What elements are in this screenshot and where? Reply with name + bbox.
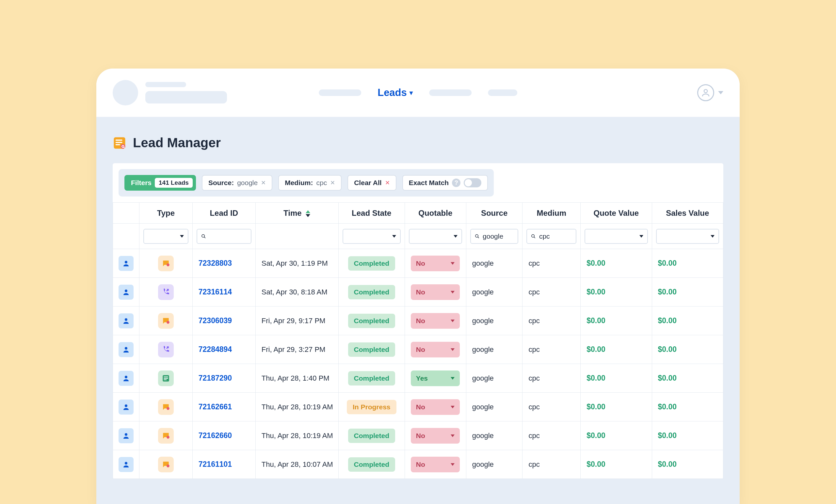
lead-id-link[interactable]: 72162661 — [198, 403, 232, 411]
lead-state-filter-select[interactable] — [343, 229, 401, 244]
nav-item-placeholder[interactable] — [429, 90, 472, 96]
quotable-filter-select[interactable] — [409, 229, 462, 244]
user-icon[interactable] — [118, 457, 134, 472]
close-icon[interactable]: ✕ — [261, 179, 266, 187]
quote-value-filter-select[interactable] — [585, 229, 648, 244]
row-sales-value-cell: $0.00 — [652, 249, 723, 278]
table-row[interactable]: 72187290Thu, Apr 28, 1:40 PMCompletedYes… — [113, 364, 723, 393]
chevron-down-icon — [451, 377, 455, 380]
table-row[interactable]: 72284894Fri, Apr 29, 3:27 PMCompletedNog… — [113, 335, 723, 364]
column-header-type[interactable]: Type — [139, 203, 193, 224]
svg-rect-24 — [164, 379, 167, 380]
quotable-select[interactable]: No — [411, 457, 460, 472]
column-header-lead-state[interactable]: Lead State — [338, 203, 405, 224]
exact-match-toggle-chip: Exact Match ? — [402, 175, 488, 191]
help-icon[interactable]: ? — [452, 178, 460, 187]
lead-id-link[interactable]: 72328803 — [198, 259, 232, 267]
nav-item-placeholder[interactable] — [319, 90, 361, 96]
filter-chip-label: Medium: — [285, 179, 313, 187]
user-icon[interactable] — [118, 371, 134, 386]
svg-point-16 — [125, 290, 127, 292]
filter-chip-source[interactable]: Source: google ✕ — [202, 175, 272, 191]
table-row[interactable]: 72328803Sat, Apr 30, 1:19 PMCompletedNog… — [113, 249, 723, 278]
type-filter-select[interactable] — [144, 229, 188, 244]
source-filter-input[interactable] — [470, 229, 518, 244]
table-row[interactable]: 72162660Thu, Apr 28, 10:19 AMCompletedNo… — [113, 422, 723, 450]
quotable-select[interactable]: No — [411, 399, 460, 415]
table-row[interactable]: 72316114Sat, Apr 30, 8:18 AMCompletedNog… — [113, 278, 723, 307]
row-time-cell: Thu, Apr 28, 1:40 PM — [255, 364, 338, 393]
quotable-select[interactable]: No — [411, 284, 460, 300]
lead-id-link[interactable]: 72316114 — [198, 288, 232, 296]
row-quote-value-cell: $0.00 — [581, 393, 652, 422]
svg-point-26 — [167, 407, 170, 410]
chevron-down-icon — [451, 262, 455, 265]
table-row[interactable]: 72161101Thu, Apr 28, 10:07 AMCompletedNo… — [113, 450, 723, 479]
lead-id-link[interactable]: 72187290 — [198, 374, 232, 382]
user-icon[interactable] — [118, 256, 134, 271]
leads-table: Type Lead ID Time Lead State Quotable So… — [113, 202, 723, 479]
lead-id-filter-input[interactable] — [196, 229, 251, 244]
row-type-cell — [139, 249, 193, 278]
svg-line-13 — [534, 237, 535, 238]
row-quote-value-cell: $0.00 — [581, 335, 652, 364]
svg-point-10 — [475, 234, 478, 237]
page-header: Lead Manager — [96, 117, 740, 163]
row-state-cell: Completed — [338, 450, 405, 479]
lead-id-link[interactable]: 72306039 — [198, 316, 232, 325]
row-time-cell: Sat, Apr 30, 8:18 AM — [255, 278, 338, 307]
topbar: Leads ▾ — [96, 69, 740, 117]
filters-button[interactable]: Filters 141 Leads — [125, 175, 196, 191]
chevron-down-icon — [451, 434, 455, 437]
user-icon[interactable] — [118, 285, 134, 300]
type-chat-icon — [158, 399, 174, 415]
row-time-cell: Fri, Apr 29, 9:17 PM — [255, 307, 338, 335]
lead-id-link[interactable]: 72284894 — [198, 345, 232, 353]
column-header-sales-value[interactable]: Sales Value — [652, 203, 723, 224]
user-icon[interactable] — [118, 400, 134, 414]
row-quote-value-cell: $0.00 — [581, 278, 652, 307]
state-badge: Completed — [348, 343, 396, 357]
svg-point-29 — [125, 462, 127, 465]
user-menu[interactable] — [697, 84, 723, 101]
quotable-select[interactable]: No — [411, 342, 460, 357]
column-header-quotable[interactable]: Quotable — [405, 203, 466, 224]
quotable-select[interactable]: No — [411, 428, 460, 444]
svg-point-0 — [704, 90, 707, 93]
svg-line-11 — [478, 237, 479, 238]
row-type-cell — [139, 422, 193, 450]
column-header-medium[interactable]: Medium — [522, 203, 581, 224]
row-lead-id-cell: 72162661 — [192, 393, 255, 422]
sales-value-filter-select[interactable] — [656, 229, 719, 244]
column-header-lead-id[interactable]: Lead ID — [192, 203, 255, 224]
filter-chip-value: google — [237, 179, 258, 187]
user-icon[interactable] — [118, 342, 134, 357]
lead-id-link[interactable]: 72161101 — [198, 460, 232, 468]
type-call-icon — [158, 342, 174, 357]
close-icon[interactable]: ✕ — [330, 179, 335, 187]
row-medium-cell: cpc — [522, 278, 581, 307]
top-nav: Leads ▾ — [319, 87, 517, 99]
clear-all-button[interactable]: Clear All ✕ — [347, 175, 396, 191]
table-row[interactable]: 72162661Thu, Apr 28, 10:19 AMIn Progress… — [113, 393, 723, 422]
column-header-source[interactable]: Source — [466, 203, 522, 224]
quotable-select[interactable]: No — [411, 313, 460, 329]
quotable-select[interactable]: Yes — [411, 370, 460, 386]
org-title-skeleton — [145, 82, 227, 103]
user-icon[interactable] — [118, 428, 134, 443]
column-header-quote-value[interactable]: Quote Value — [581, 203, 652, 224]
type-chat-icon — [158, 256, 174, 271]
medium-filter-input[interactable] — [527, 229, 576, 244]
filter-chip-medium[interactable]: Medium: cpc ✕ — [278, 175, 342, 191]
lead-id-link[interactable]: 72162660 — [198, 431, 232, 440]
quotable-select[interactable]: No — [411, 256, 460, 271]
nav-item-leads[interactable]: Leads ▾ — [378, 87, 413, 99]
org-avatar[interactable] — [113, 80, 138, 105]
chevron-down-icon — [451, 348, 455, 351]
user-icon[interactable] — [118, 313, 134, 328]
table-row[interactable]: 72306039Fri, Apr 29, 9:17 PMCompletedNog… — [113, 307, 723, 335]
chevron-down-icon — [392, 235, 396, 238]
exact-match-toggle[interactable] — [464, 178, 481, 187]
column-header-time[interactable]: Time — [255, 203, 338, 224]
nav-item-placeholder[interactable] — [488, 90, 517, 96]
